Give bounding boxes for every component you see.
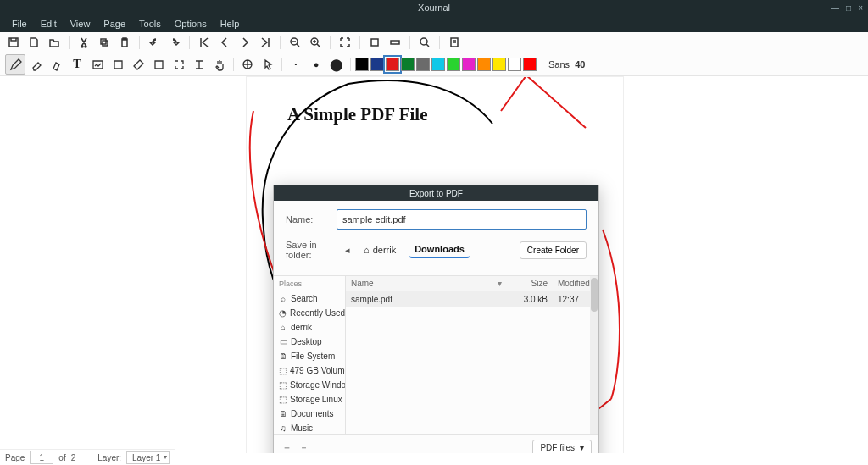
places-item-479-gb-volume[interactable]: ⬚479 GB Volume (274, 363, 345, 378)
ruler-tool[interactable] (129, 55, 147, 74)
window-titlebar: Xournal — □ × (0, 0, 868, 15)
file-type-filter[interactable]: PDF files ▾ (532, 440, 592, 453)
name-label: Name: (286, 214, 337, 224)
color-swatch-1[interactable] (370, 58, 384, 71)
find-icon[interactable] (416, 34, 433, 51)
fit-page-icon[interactable] (366, 34, 383, 51)
color-swatch-7[interactable] (462, 58, 476, 71)
file-size: 3.0 kB (507, 293, 553, 306)
places-item-desktop[interactable]: ▭Desktop (274, 335, 345, 349)
zoom-out-icon[interactable] (287, 34, 303, 51)
dialog-backdrop: Export to PDF Name: Save in folder: ◂ ⌂ … (0, 76, 868, 453)
prev-page-icon[interactable] (216, 34, 233, 51)
color-swatch-6[interactable] (447, 58, 460, 71)
save-icon[interactable] (5, 34, 22, 51)
thin-stroke[interactable]: • (287, 55, 305, 74)
places-item-music[interactable]: ♫Music (274, 421, 345, 434)
file-list[interactable]: Name ▾ Size Modified sample.pdf3.0 kB12:… (346, 276, 598, 434)
image-tool[interactable] (88, 55, 107, 74)
undo-icon[interactable] (146, 34, 163, 51)
remove-bookmark-button[interactable]: － (298, 442, 309, 454)
next-page-icon[interactable] (236, 34, 253, 51)
places-item-storage-windows[interactable]: ⬚Storage Windows (274, 378, 345, 392)
color-swatch-5[interactable] (431, 58, 445, 71)
canvas-area[interactable]: A Simple PDF File Export to PDF Name: Sa… (0, 76, 868, 453)
window-close-button[interactable]: × (858, 3, 863, 13)
redo-icon[interactable] (166, 34, 183, 51)
page-number-input[interactable]: 1 (30, 451, 53, 464)
place-label: Desktop (291, 337, 322, 346)
layer-dropdown[interactable]: Layer 1 (126, 451, 170, 464)
font-selector[interactable]: Sans 40 (548, 59, 585, 69)
breadcrumb-current-label: Downloads (415, 244, 465, 254)
places-item-derrik[interactable]: ⌂derrik (274, 320, 345, 335)
places-sidebar[interactable]: Places ⌕Search◔Recently Used⌂derrik▭Desk… (274, 276, 346, 434)
places-item-search[interactable]: ⌕Search (274, 291, 345, 306)
default-tool[interactable] (259, 55, 277, 74)
first-page-icon[interactable] (196, 34, 213, 51)
file-row[interactable]: sample.pdf3.0 kB12:37 (346, 291, 598, 307)
medium-stroke[interactable]: ● (307, 55, 326, 74)
menu-page[interactable]: Page (97, 17, 132, 30)
file-list-scrollbar[interactable] (590, 276, 598, 434)
chevron-down-icon: ▾ (580, 443, 584, 452)
path-back-button[interactable]: ◂ (345, 245, 350, 256)
color-swatch-8[interactable] (477, 58, 491, 71)
column-name[interactable]: Name ▾ (346, 276, 507, 291)
place-label: Search (291, 294, 318, 303)
window-minimize-button[interactable]: — (831, 3, 839, 13)
filename-input[interactable] (337, 209, 587, 230)
breadcrumb-home[interactable]: ⌂ derrik (359, 242, 401, 257)
layer-label: Layer: (97, 453, 121, 462)
text-tool[interactable]: T (68, 55, 86, 74)
breadcrumb-current[interactable]: Downloads (409, 241, 470, 258)
highlighter-tool[interactable] (47, 55, 66, 74)
fullscreen-icon[interactable] (337, 34, 353, 51)
add-bookmark-button[interactable]: ＋ (281, 442, 292, 454)
zoom-in-icon[interactable] (307, 34, 324, 51)
select-region-tool[interactable] (170, 55, 188, 74)
copy-icon[interactable] (96, 34, 113, 51)
places-item-storage-linux[interactable]: ⬚Storage Linux (274, 392, 345, 407)
menu-tools[interactable]: Tools (132, 17, 168, 30)
select-rect-tool[interactable] (149, 55, 168, 74)
open-icon[interactable] (46, 34, 63, 51)
places-item-documents[interactable]: 🗎Documents (274, 407, 345, 421)
page-total: 2 (71, 453, 76, 462)
menu-edit[interactable]: Edit (34, 17, 64, 30)
app-title: Xournal (418, 3, 450, 13)
dialog-title: Export to PDF (274, 185, 598, 201)
place-label: Storage Linux (290, 395, 342, 404)
menu-view[interactable]: View (64, 17, 97, 30)
place-icon: 🗎 (279, 409, 287, 418)
color-swatch-9[interactable] (492, 58, 506, 71)
fit-width-icon[interactable] (387, 34, 403, 51)
hand-tool[interactable] (210, 55, 229, 74)
color-swatch-10[interactable] (508, 58, 521, 71)
places-item-recently-used[interactable]: ◔Recently Used (274, 306, 345, 320)
pen-tool[interactable] (5, 54, 25, 75)
cut-icon[interactable] (75, 34, 92, 51)
menu-file[interactable]: File (5, 17, 34, 30)
color-swatch-4[interactable] (416, 58, 430, 71)
vertical-space-tool[interactable] (190, 55, 209, 74)
shape-recognizer-tool[interactable] (238, 55, 257, 74)
paste-icon[interactable] (116, 34, 133, 51)
new-icon[interactable] (25, 34, 42, 51)
eraser-tool[interactable] (27, 55, 46, 74)
menu-options[interactable]: Options (168, 17, 214, 30)
menu-help[interactable]: Help (214, 17, 247, 30)
color-swatch-0[interactable] (355, 58, 369, 71)
color-swatch-11[interactable] (523, 58, 537, 71)
shapes-tool[interactable] (108, 55, 127, 74)
create-folder-button[interactable]: Create Folder (520, 241, 587, 259)
color-swatch-3[interactable] (401, 58, 415, 71)
window-maximize-button[interactable]: □ (846, 3, 851, 13)
thick-stroke[interactable]: ⬤ (327, 55, 346, 74)
column-size[interactable]: Size (507, 276, 553, 291)
place-label: derrik (291, 323, 312, 332)
places-item-file-system[interactable]: 🗎File System (274, 349, 345, 363)
color-swatch-2[interactable] (386, 58, 399, 71)
last-page-icon[interactable] (257, 34, 274, 51)
page-config-icon[interactable] (446, 34, 463, 51)
